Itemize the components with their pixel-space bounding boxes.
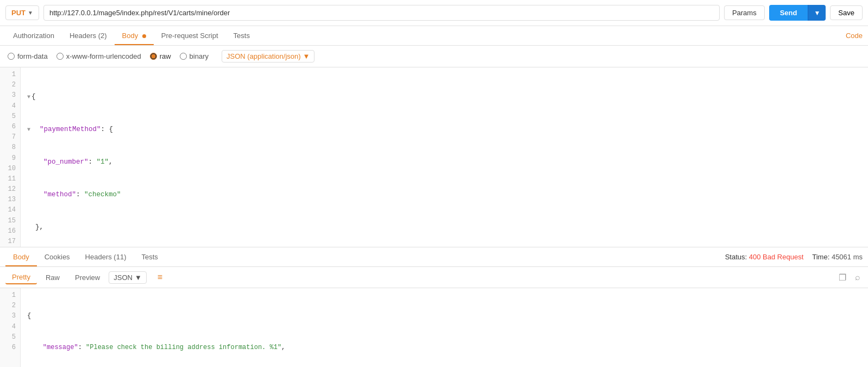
send-arrow-button[interactable]: ▼ [808,5,826,21]
filter-icon-button[interactable]: ≡ [151,270,169,284]
request-tabs: Authorization Headers (2) Body Pre-reque… [0,26,868,46]
save-button[interactable]: Save [830,5,863,20]
response-tabs-bar: Body Cookies Headers (11) Tests Status: … [0,247,868,267]
pretty-button[interactable]: Pretty [5,271,37,284]
code-line-1: ▼{ [27,91,861,102]
tab-tests[interactable]: Tests [226,27,257,45]
resp-line-numbers: 1 2 3 4 5 6 [0,288,21,367]
time-value: 45061 ms [832,253,863,261]
code-line-4: "method": "checkmo" [27,189,861,200]
x-www-option[interactable]: x-www-form-urlencoded [56,52,141,60]
response-code[interactable]: 1 2 3 4 5 6 { "message": "Please check t… [0,288,868,367]
binary-option[interactable]: binary [180,52,209,60]
filter-icon: ≡ [158,272,162,282]
status-info: Status: 400 Bad Request Time: 45061 ms [725,253,863,261]
body-dot [142,34,146,38]
json-response-select[interactable]: JSON ▼ [109,271,147,284]
code-line-3: "po_number": "1", [27,157,861,167]
method-chevron-icon: ▼ [28,10,33,16]
json-chevron-icon: ▼ [303,52,310,60]
resp-tab-headers[interactable]: Headers (11) [78,248,134,266]
resp-tab-body[interactable]: Body [5,248,37,266]
json-select[interactable]: JSON (application/json) ▼ [222,50,315,63]
response-section: Body Cookies Headers (11) Tests Status: … [0,247,868,367]
status-label: Status: 400 Bad Request [725,253,804,261]
search-response-button[interactable]: ⌕ [853,271,863,283]
send-btn-group: Send ▼ [769,5,826,21]
method-dropdown[interactable]: PUT ▼ [5,5,39,20]
resp-line-2: "message": "Please check the billing add… [27,343,861,353]
raw-button[interactable]: Raw [39,271,66,284]
resp-tab-cookies[interactable]: Cookies [37,248,78,266]
json-resp-chevron-icon: ▼ [135,273,142,282]
raw-option[interactable]: raw [150,52,171,60]
tab-authorization[interactable]: Authorization [5,27,62,45]
time-label: Time: 45061 ms [812,253,863,261]
tab-body[interactable]: Body [115,27,154,45]
code-link[interactable]: Code [846,32,863,40]
resp-line-1: { [27,311,861,321]
code-line-2: ▼ "paymentMethod": { [27,124,861,135]
form-data-option[interactable]: form-data [8,52,48,60]
send-button[interactable]: Send [769,5,808,21]
tab-headers[interactable]: Headers (2) [62,27,115,45]
url-input[interactable] [43,5,720,21]
resp-actions: ❐ ⌕ [836,271,863,284]
code-line-5: }, [27,222,861,233]
params-button[interactable]: Params [724,5,765,20]
copy-response-button[interactable]: ❐ [836,271,848,284]
code-editor[interactable]: 1 2 3 4 5 6 7 8 9 10 11 12 13 14 15 16 1… [0,67,868,247]
line-numbers: 1 2 3 4 5 6 7 8 9 10 11 12 13 14 15 16 1… [0,67,21,247]
code-content[interactable]: ▼{ ▼ "paymentMethod": { "po_number": "1"… [21,67,868,247]
preview-button[interactable]: Preview [68,271,106,284]
response-body-options: Pretty Raw Preview JSON ▼ ≡ ❐ ⌕ [0,267,868,288]
tab-pre-request[interactable]: Pre-request Script [154,27,226,45]
resp-code-content: { "message": "Please check the billing a… [21,288,868,367]
body-options: form-data x-www-form-urlencoded raw bina… [0,46,868,67]
status-value: 400 Bad Request [749,253,803,261]
resp-tab-tests[interactable]: Tests [134,248,165,266]
method-label: PUT [11,9,26,17]
top-bar: PUT ▼ Params Send ▼ Save [0,0,868,26]
